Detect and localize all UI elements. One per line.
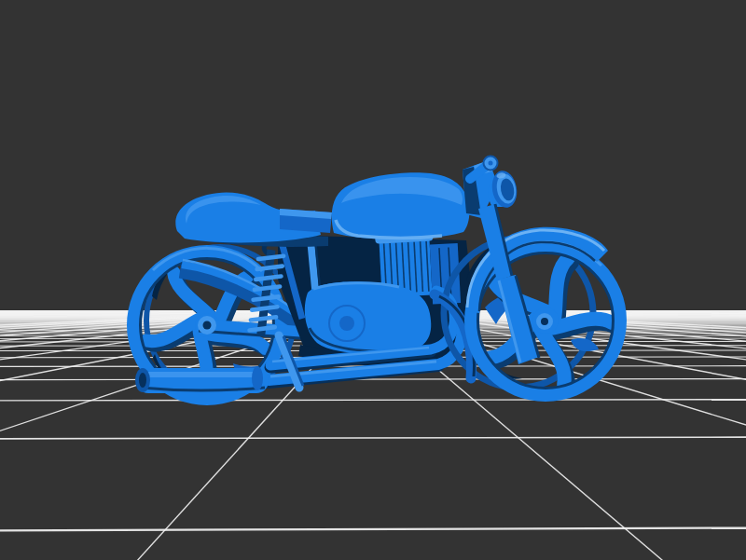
3d-viewport[interactable] xyxy=(0,0,746,560)
motorcycle-model xyxy=(0,0,746,560)
bodywork xyxy=(175,172,469,247)
